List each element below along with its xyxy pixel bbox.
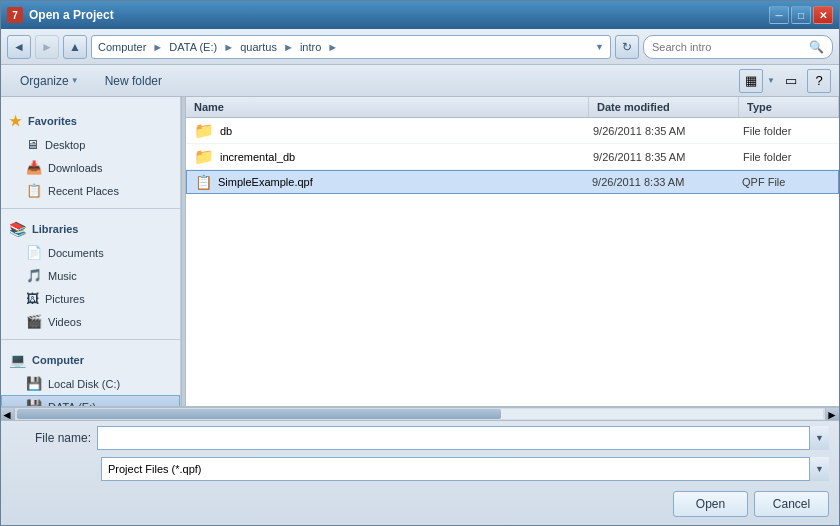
close-button[interactable]: ✕ (813, 6, 833, 24)
table-row[interactable]: 📁 db 9/26/2011 8:35 AM File folder (186, 118, 839, 144)
app-icon: 7 (7, 7, 23, 23)
new-folder-button[interactable]: New folder (94, 70, 173, 92)
divider-1 (1, 208, 180, 209)
scrollbar-track (17, 409, 823, 419)
organize-button[interactable]: Organize ▼ (9, 70, 90, 92)
file-name-cell: 📋 SimpleExample.qpf (191, 174, 584, 190)
filename-dropdown-button[interactable]: ▼ (809, 426, 829, 450)
filename-label: File name: (11, 431, 91, 445)
back-button[interactable]: ◄ (7, 35, 31, 59)
file-type-cell: QPF File (734, 176, 834, 188)
preview-pane-button[interactable]: ▭ (779, 69, 803, 93)
breadcrumb-text: Computer ► DATA (E:) ► quartus ► intro ► (98, 41, 341, 53)
filename-input[interactable] (97, 426, 829, 450)
file-date-cell: 9/26/2011 8:35 AM (585, 125, 735, 137)
libraries-icon: 📚 (9, 221, 26, 237)
recent-places-icon: 📋 (26, 183, 42, 198)
search-icon: 🔍 (809, 40, 824, 54)
filename-row: File name: ▼ (1, 421, 839, 455)
window: 7 Open a Project ─ □ ✕ ◄ ► ▲ Computer ► … (0, 0, 840, 526)
file-list-header: Name Date modified Type (186, 97, 839, 118)
filename-input-wrap: ▼ (97, 426, 829, 450)
scroll-right-button[interactable]: ► (825, 408, 839, 420)
help-button[interactable]: ? (807, 69, 831, 93)
col-header-date[interactable]: Date modified (589, 97, 739, 117)
sidebar-item-videos[interactable]: 🎬 Videos (1, 310, 180, 333)
sidebar-item-downloads[interactable]: 📥 Downloads (1, 156, 180, 179)
sidebar-item-documents[interactable]: 📄 Documents (1, 241, 180, 264)
minimize-button[interactable]: ─ (769, 6, 789, 24)
filetype-select[interactable]: Project Files (*.qpf) All Files (*.*) (101, 457, 829, 481)
views-dropdown-icon[interactable]: ▼ (767, 76, 775, 85)
toolbar-right: ▦ ▼ ▭ ? (739, 69, 831, 93)
breadcrumb-dropdown-icon[interactable]: ▼ (595, 42, 604, 52)
search-input[interactable] (652, 41, 805, 53)
table-row[interactable]: 📋 SimpleExample.qpf 9/26/2011 8:33 AM QP… (186, 170, 839, 194)
favorites-section: ★ Favorites 🖥 Desktop 📥 Downloads 📋 Rece… (1, 109, 180, 202)
local-disk-c-icon: 💾 (26, 376, 42, 391)
documents-icon: 📄 (26, 245, 42, 260)
scrollbar-thumb[interactable] (17, 409, 501, 419)
window-title: Open a Project (29, 8, 769, 22)
titlebar: 7 Open a Project ─ □ ✕ (1, 1, 839, 29)
sidebar: ★ Favorites 🖥 Desktop 📥 Downloads 📋 Rece… (1, 97, 181, 406)
sidebar-item-desktop[interactable]: 🖥 Desktop (1, 133, 180, 156)
organize-dropdown-icon: ▼ (71, 76, 79, 85)
scroll-left-button[interactable]: ◄ (1, 408, 15, 420)
favorites-icon: ★ (9, 113, 22, 129)
sidebar-item-music[interactable]: 🎵 Music (1, 264, 180, 287)
file-date-cell: 9/26/2011 8:35 AM (585, 151, 735, 163)
up-button[interactable]: ▲ (63, 35, 87, 59)
computer-group[interactable]: 💻 Computer (1, 348, 180, 372)
file-type-cell: File folder (735, 125, 835, 137)
sidebar-item-data-e[interactable]: 💾 DATA (E:) (1, 395, 180, 406)
refresh-button[interactable]: ↻ (615, 35, 639, 59)
file-list-container: Name Date modified Type 📁 db 9/26/2011 (186, 97, 839, 406)
col-header-name[interactable]: Name (186, 97, 589, 117)
search-bar[interactable]: 🔍 (643, 35, 833, 59)
music-icon: 🎵 (26, 268, 42, 283)
divider-2 (1, 339, 180, 340)
libraries-section: 📚 Libraries 📄 Documents 🎵 Music 🖼 Pictur… (1, 217, 180, 333)
open-button[interactable]: Open (673, 491, 748, 517)
folder-icon: 📁 (194, 121, 214, 140)
table-row[interactable]: 📁 incremental_db 9/26/2011 8:35 AM File … (186, 144, 839, 170)
filetype-row: Project Files (*.qpf) All Files (*.*) ▼ (1, 455, 839, 487)
cancel-button[interactable]: Cancel (754, 491, 829, 517)
sidebar-item-pictures[interactable]: 🖼 Pictures (1, 287, 180, 310)
file-date-cell: 9/26/2011 8:33 AM (584, 176, 734, 188)
sidebar-item-recent-places[interactable]: 📋 Recent Places (1, 179, 180, 202)
computer-section: 💻 Computer 💾 Local Disk (C:) 💾 DATA (E:)… (1, 348, 180, 406)
pictures-icon: 🖼 (26, 291, 39, 306)
downloads-icon: 📥 (26, 160, 42, 175)
main-content: ★ Favorites 🖥 Desktop 📥 Downloads 📋 Rece… (1, 97, 839, 406)
filetype-select-wrap: Project Files (*.qpf) All Files (*.*) ▼ (101, 457, 829, 481)
breadcrumb[interactable]: Computer ► DATA (E:) ► quartus ► intro ►… (91, 35, 611, 59)
libraries-group[interactable]: 📚 Libraries (1, 217, 180, 241)
forward-button[interactable]: ► (35, 35, 59, 59)
bottom-section: ◄ ► File name: ▼ Project Files (*.qpf) A… (1, 406, 839, 525)
favorites-group[interactable]: ★ Favorites (1, 109, 180, 133)
col-header-type[interactable]: Type (739, 97, 839, 117)
maximize-button[interactable]: □ (791, 6, 811, 24)
views-button[interactable]: ▦ (739, 69, 763, 93)
file-type-cell: File folder (735, 151, 835, 163)
data-e-icon: 💾 (26, 399, 42, 406)
folder-icon: 📁 (194, 147, 214, 166)
file-list: 📁 db 9/26/2011 8:35 AM File folder 📁 inc… (186, 118, 839, 406)
videos-icon: 🎬 (26, 314, 42, 329)
action-buttons: Open Cancel (1, 487, 839, 525)
desktop-icon: 🖥 (26, 137, 39, 152)
titlebar-buttons: ─ □ ✕ (769, 6, 833, 24)
toolbar: Organize ▼ New folder ▦ ▼ ▭ ? (1, 65, 839, 97)
file-name-cell: 📁 incremental_db (190, 147, 585, 166)
file-name-cell: 📁 db (190, 121, 585, 140)
horizontal-scrollbar[interactable]: ◄ ► (1, 407, 839, 421)
addressbar: ◄ ► ▲ Computer ► DATA (E:) ► quartus ► i… (1, 29, 839, 65)
qpf-file-icon: 📋 (195, 174, 212, 190)
sidebar-item-local-disk-c[interactable]: 💾 Local Disk (C:) (1, 372, 180, 395)
computer-icon: 💻 (9, 352, 26, 368)
